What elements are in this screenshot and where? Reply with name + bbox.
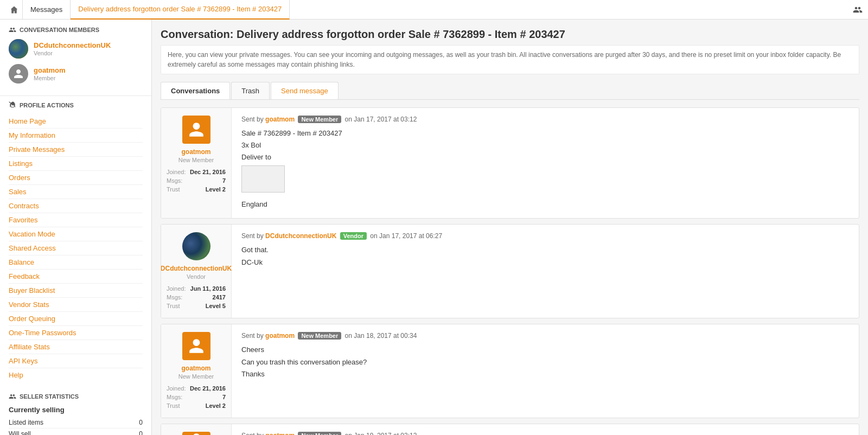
link-feedback[interactable]: Feedback bbox=[9, 270, 143, 284]
main-layout: CONVERSATION MEMBERS DCdutchconnectionUK… bbox=[0, 20, 868, 435]
sender-name-0[interactable]: goatmom bbox=[182, 148, 211, 156]
sender-meta-0: Joined: Dec 21, 2016 Msgs: 7 Trust Level… bbox=[167, 168, 226, 194]
sender-panel-3 bbox=[161, 424, 232, 435]
stats-will-sell-label: Will sell bbox=[9, 430, 31, 435]
message-body-2: Sent by goatmom New Member on Jan 18, 20… bbox=[232, 324, 859, 418]
link-buyer-blacklist[interactable]: Buyer Blacklist bbox=[9, 284, 143, 298]
sender-avatar-0 bbox=[182, 116, 210, 144]
message-card-2: goatmom New Member Joined: Dec 21, 2016 … bbox=[161, 324, 859, 418]
home-icon[interactable] bbox=[5, 0, 23, 20]
sender-badge-0: New Member bbox=[298, 116, 341, 123]
top-navigation: Messages Delivery address forgotton orde… bbox=[0, 0, 868, 20]
message-card-3: Sent by goatmom New Member on Jan 19, 20… bbox=[161, 424, 859, 435]
nav-icons bbox=[853, 5, 863, 15]
sender-badge-1: Vendor bbox=[340, 232, 367, 240]
message-header-3: Sent by goatmom New Member on Jan 19, 20… bbox=[241, 432, 849, 435]
vendor-info: DCdutchconnectionUK Vendor bbox=[34, 41, 111, 56]
stats-will-sell-value: 0 bbox=[139, 430, 143, 435]
message-text-0: Sale # 7362899 - Item # 203427 3x Bol De… bbox=[241, 127, 849, 210]
link-vendor-stats[interactable]: Vendor Stats bbox=[9, 298, 143, 312]
member-vendor: DCdutchconnectionUK Vendor bbox=[9, 39, 143, 59]
page-title: Conversation: Delivery address forgotton… bbox=[161, 28, 859, 41]
sender-link-1[interactable]: DCdutchconnectionUK bbox=[265, 232, 336, 240]
profile-actions-section: PROFILE ACTIONS Home Page My Information… bbox=[0, 96, 151, 387]
address-image bbox=[241, 165, 285, 193]
link-private-messages[interactable]: Private Messages bbox=[9, 143, 143, 157]
page-description: Here, you can view your private messages… bbox=[161, 45, 859, 74]
conversation-members-section: CONVERSATION MEMBERS DCdutchconnectionUK… bbox=[0, 20, 151, 96]
link-balance[interactable]: Balance bbox=[9, 255, 143, 270]
sender-role-2: New Member bbox=[178, 373, 214, 380]
link-contracts[interactable]: Contracts bbox=[9, 199, 143, 213]
message-header-2: Sent by goatmom New Member on Jan 18, 20… bbox=[241, 332, 849, 340]
link-listings[interactable]: Listings bbox=[9, 157, 143, 171]
sender-link-2[interactable]: goatmom bbox=[265, 332, 295, 340]
sender-role-0: New Member bbox=[178, 157, 214, 163]
link-otp[interactable]: One-Time Passwords bbox=[9, 326, 143, 340]
stats-listed-items: Listed items 0 bbox=[9, 417, 143, 428]
profile-actions-title: PROFILE ACTIONS bbox=[9, 101, 143, 109]
buyer-role: Member bbox=[34, 75, 66, 81]
stats-will-sell: Will sell 0 bbox=[9, 428, 143, 435]
sender-badge-2: New Member bbox=[298, 332, 341, 340]
sender-avatar-1 bbox=[182, 232, 210, 260]
sender-panel-0: goatmom New Member Joined: Dec 21, 2016 … bbox=[161, 108, 232, 218]
sender-link-3[interactable]: goatmom bbox=[265, 432, 295, 435]
stats-listed-value: 0 bbox=[139, 419, 143, 426]
tab-send-message[interactable]: Send message bbox=[271, 82, 339, 99]
conversation-members-title: CONVERSATION MEMBERS bbox=[9, 26, 143, 34]
seller-statistics-section: SELLER STATISTICS Currently selling List… bbox=[0, 387, 151, 435]
message-card-0: goatmom New Member Joined: Dec 21, 2016 … bbox=[161, 107, 859, 219]
sender-name-1[interactable]: DCdutchconnectionUK bbox=[161, 265, 232, 272]
message-card-1: DCdutchconnectionUK Vendor Joined: Jun 1… bbox=[161, 224, 859, 318]
link-order-queuing[interactable]: Order Queuing bbox=[9, 312, 143, 326]
tab-trash[interactable]: Trash bbox=[231, 82, 270, 99]
message-header-1: Sent by DCdutchconnectionUK Vendor on Ja… bbox=[241, 232, 849, 240]
sidebar: CONVERSATION MEMBERS DCdutchconnectionUK… bbox=[0, 20, 152, 435]
link-shared-access[interactable]: Shared Access bbox=[9, 241, 143, 255]
message-body-3: Sent by goatmom New Member on Jan 19, 20… bbox=[232, 424, 859, 435]
stats-listed-label: Listed items bbox=[9, 419, 43, 426]
link-orders[interactable]: Orders bbox=[9, 171, 143, 185]
sender-panel-1: DCdutchconnectionUK Vendor Joined: Jun 1… bbox=[161, 225, 232, 318]
sender-meta-1: Joined: Jun 11, 2016 Msgs: 2417 Trust Le… bbox=[167, 284, 226, 310]
message-tabs: Conversations Trash Send message bbox=[161, 82, 859, 100]
seller-stats-heading: Currently selling bbox=[9, 406, 143, 414]
vendor-avatar-img bbox=[182, 232, 210, 260]
vendor-name[interactable]: DCdutchconnectionUK bbox=[34, 41, 111, 50]
sender-role-1: Vendor bbox=[187, 273, 206, 280]
link-home-page[interactable]: Home Page bbox=[9, 114, 143, 129]
message-body-1: Sent by DCdutchconnectionUK Vendor on Ja… bbox=[232, 225, 859, 318]
link-affiliate-stats[interactable]: Affiliate Stats bbox=[9, 340, 143, 354]
vendor-role: Vendor bbox=[34, 50, 111, 56]
message-text-1: Got that. DC-Uk bbox=[241, 244, 849, 268]
sender-avatar-2 bbox=[182, 332, 210, 360]
message-body-0: Sent by goatmom New Member on Jan 17, 20… bbox=[232, 108, 859, 218]
sender-avatar-3 bbox=[182, 432, 210, 435]
nav-tab-conversation[interactable]: Delivery address forgotton order Sale # … bbox=[71, 0, 290, 20]
buyer-avatar bbox=[9, 64, 28, 84]
link-my-information[interactable]: My Information bbox=[9, 129, 143, 143]
sender-badge-3: New Member bbox=[298, 432, 341, 435]
link-favorites[interactable]: Favorites bbox=[9, 213, 143, 227]
link-vacation-mode[interactable]: Vacation Mode bbox=[9, 227, 143, 241]
link-api-keys[interactable]: API Keys bbox=[9, 354, 143, 368]
link-help[interactable]: Help bbox=[9, 368, 143, 382]
message-header-0: Sent by goatmom New Member on Jan 17, 20… bbox=[241, 116, 849, 123]
nav-tab-messages[interactable]: Messages bbox=[23, 0, 71, 20]
link-sales[interactable]: Sales bbox=[9, 185, 143, 199]
sender-name-2[interactable]: goatmom bbox=[182, 364, 211, 372]
member-buyer: goatmom Member bbox=[9, 64, 143, 84]
sender-meta-2: Joined: Dec 21, 2016 Msgs: 7 Trust Level… bbox=[167, 384, 226, 410]
buyer-info: goatmom Member bbox=[34, 66, 66, 81]
main-content: Conversation: Delivery address forgotton… bbox=[152, 20, 868, 435]
vendor-avatar bbox=[9, 39, 28, 59]
tab-conversations[interactable]: Conversations bbox=[161, 82, 230, 99]
seller-statistics-title: SELLER STATISTICS bbox=[9, 393, 143, 400]
buyer-name[interactable]: goatmom bbox=[34, 66, 66, 75]
message-text-2: Cheers Can you trash this conversation p… bbox=[241, 344, 849, 380]
sender-link-0[interactable]: goatmom bbox=[265, 116, 295, 123]
sender-panel-2: goatmom New Member Joined: Dec 21, 2016 … bbox=[161, 324, 232, 418]
